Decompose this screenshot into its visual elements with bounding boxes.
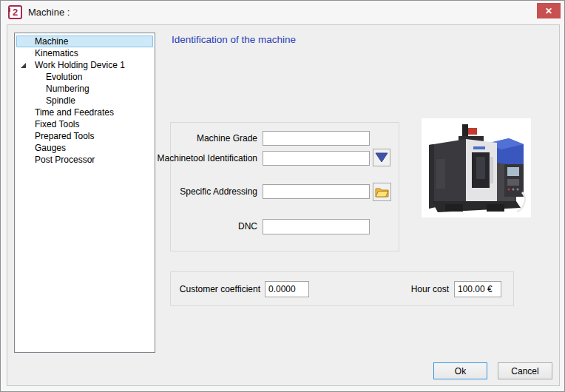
cnc-machine-illustration xyxy=(422,118,531,217)
machine-dialog-window: 2 Machine : ✕ Machine Kinematics Work Ho… xyxy=(0,0,565,392)
tree-item-label: Gauges xyxy=(35,142,66,154)
tree-item-label: Machine xyxy=(35,36,68,47)
tree-item-spindle[interactable]: Spindle xyxy=(15,95,155,107)
machine-photo xyxy=(422,118,531,217)
customer-coefficient-input[interactable] xyxy=(265,281,309,297)
tree-item-label: Post Processor xyxy=(35,154,95,166)
tree-item-label: Evolution xyxy=(46,71,82,83)
dnc-input[interactable] xyxy=(263,219,370,234)
tree-item-label: Fixed Tools xyxy=(35,118,79,130)
ok-button[interactable]: Ok xyxy=(433,362,487,379)
specific-addressing-input[interactable] xyxy=(263,184,370,199)
tree-item-label: Spindle xyxy=(46,95,75,107)
machinetool-identification-input[interactable] xyxy=(263,151,370,166)
tree-item-label: Prepared Tools xyxy=(35,130,95,142)
tree-item-label: Numbering xyxy=(46,83,89,95)
machinetool-identification-dropdown-button[interactable] xyxy=(373,149,390,166)
tree-item-kinematics[interactable]: Kinematics xyxy=(15,47,155,59)
machine-grade-label: Machine Grade xyxy=(197,131,257,146)
window-title: Machine : xyxy=(28,7,70,18)
dnc-label: DNC xyxy=(238,219,257,234)
tree-item-evolution[interactable]: Evolution xyxy=(15,71,155,83)
hour-cost-input[interactable] xyxy=(454,281,501,297)
tree-item-prepared-tools[interactable]: Prepared Tools xyxy=(15,130,155,142)
app-logo-icon: 2 xyxy=(8,5,22,19)
page-title: Identification of the machine xyxy=(172,34,296,45)
tree-item-time-and-feedrates[interactable]: Time and Feedrates xyxy=(15,107,155,118)
hour-cost-label: Hour cost xyxy=(411,281,449,297)
tree-item-label: Time and Feedrates xyxy=(35,107,114,118)
tree-item-gauges[interactable]: Gauges xyxy=(15,142,155,154)
settings-tree: Machine Kinematics Work Holding Device 1… xyxy=(14,33,155,353)
tree-expander-icon[interactable] xyxy=(21,63,26,68)
machine-grade-input[interactable] xyxy=(263,131,370,146)
tree-item-label: Work Holding Device 1 xyxy=(35,59,125,71)
dialog-content-panel: Machine Kinematics Work Holding Device 1… xyxy=(7,24,560,386)
tree-item-machine[interactable]: Machine xyxy=(15,36,155,47)
machinetool-identification-label: Machinetool Identification xyxy=(158,151,257,166)
cancel-button[interactable]: Cancel xyxy=(498,362,552,379)
titlebar: 2 Machine : ✕ xyxy=(1,1,564,24)
tree-item-numbering[interactable]: Numbering xyxy=(15,83,155,95)
specific-addressing-browse-button[interactable] xyxy=(373,183,391,201)
tree-item-post-processor[interactable]: Post Processor xyxy=(15,154,155,166)
customer-coefficient-label: Customer coefficient xyxy=(180,281,260,297)
tree-item-fixed-tools[interactable]: Fixed Tools xyxy=(15,118,155,130)
open-folder-icon xyxy=(375,186,389,197)
specific-addressing-label: Specific Addressing xyxy=(180,184,257,199)
dropdown-arrow-icon xyxy=(375,152,388,163)
close-icon[interactable]: ✕ xyxy=(537,3,561,18)
tree-item-label: Kinematics xyxy=(35,47,78,59)
tree-item-work-holding-device-1[interactable]: Work Holding Device 1 xyxy=(15,59,155,71)
